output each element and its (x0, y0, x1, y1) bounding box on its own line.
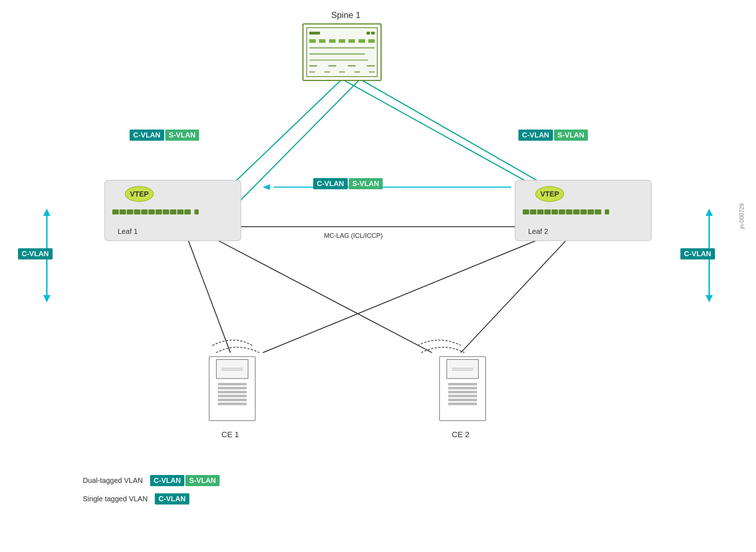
svg-line-10 (212, 237, 432, 353)
port (170, 209, 176, 214)
leaf1-label: Leaf 1 (118, 227, 138, 236)
svg-marker-15 (43, 209, 50, 216)
legend: Dual-tagged VLAN C-VLAN S-VLAN Single ta… (83, 475, 220, 505)
port (141, 209, 148, 214)
port (566, 209, 572, 214)
port (156, 209, 162, 214)
leaf2-label: Leaf 2 (528, 227, 548, 236)
port-wide (194, 209, 199, 214)
middle-vlan-badges: C-VLAN S-VLAN (313, 178, 383, 189)
ce2-device (439, 356, 486, 421)
top-left-vlan-badges: C-VLAN S-VLAN (130, 130, 199, 141)
port (595, 209, 601, 214)
top-left-svlan-badge: S-VLAN (165, 130, 199, 141)
right-cvlan-group: C-VLAN (680, 248, 715, 259)
left-cvlan-group: C-VLAN (18, 248, 53, 259)
svg-marker-14 (43, 295, 50, 302)
top-right-svlan-badge: S-VLAN (554, 130, 588, 141)
legend-cvlan-badge-2: C-VLAN (155, 493, 189, 505)
svg-line-11 (263, 237, 544, 353)
svg-marker-20 (263, 184, 270, 190)
top-right-cvlan-badge: C-VLAN (518, 130, 553, 141)
spine-switch (302, 23, 382, 81)
port (573, 209, 580, 214)
svg-line-9 (187, 237, 230, 353)
left-cvlan-badge: C-VLAN (18, 248, 53, 259)
port (559, 209, 565, 214)
leaf2-vtep: VTEP (535, 186, 564, 202)
port (184, 209, 191, 214)
port-wide (605, 209, 609, 214)
single-tagged-label: Single tagged VLAN (83, 495, 148, 503)
legend-cvlan-badge-1: C-VLAN (150, 475, 185, 486)
ce1-device (209, 356, 256, 421)
port (134, 209, 140, 214)
svg-line-12 (461, 237, 569, 353)
port (588, 209, 594, 214)
top-right-vlan-badges: C-VLAN S-VLAN (518, 130, 588, 141)
port (544, 209, 551, 214)
port (148, 209, 155, 214)
middle-cvlan-badge: C-VLAN (313, 178, 348, 189)
ce1-label: CE 1 (221, 430, 239, 439)
spine-label: Spine 1 (331, 10, 360, 20)
top-left-cvlan-badge: C-VLAN (130, 130, 164, 141)
leaf1-box: VTEP Leaf 1 (104, 180, 241, 241)
port (523, 209, 529, 214)
port (537, 209, 544, 214)
legend-svlan-badge-1: S-VLAN (185, 475, 219, 486)
svg-marker-17 (706, 295, 713, 302)
leaf2-box: VTEP Leaf 2 (515, 180, 652, 241)
port (112, 209, 119, 214)
middle-svlan-badge: S-VLAN (349, 178, 383, 189)
port (163, 209, 169, 214)
mclag-label: MC-LAG (ICL/ICCP) (324, 232, 383, 240)
ce2-label: CE 2 (452, 430, 469, 439)
doc-id: jn-000729 (739, 144, 745, 288)
port (120, 209, 126, 214)
leaf1-vtep: VTEP (125, 186, 154, 202)
port (580, 209, 587, 214)
port (530, 209, 536, 214)
svg-marker-18 (706, 209, 713, 216)
port (127, 209, 133, 214)
port (552, 209, 558, 214)
port (177, 209, 184, 214)
dual-tagged-label: Dual-tagged VLAN (83, 476, 143, 485)
right-cvlan-badge: C-VLAN (680, 248, 715, 259)
